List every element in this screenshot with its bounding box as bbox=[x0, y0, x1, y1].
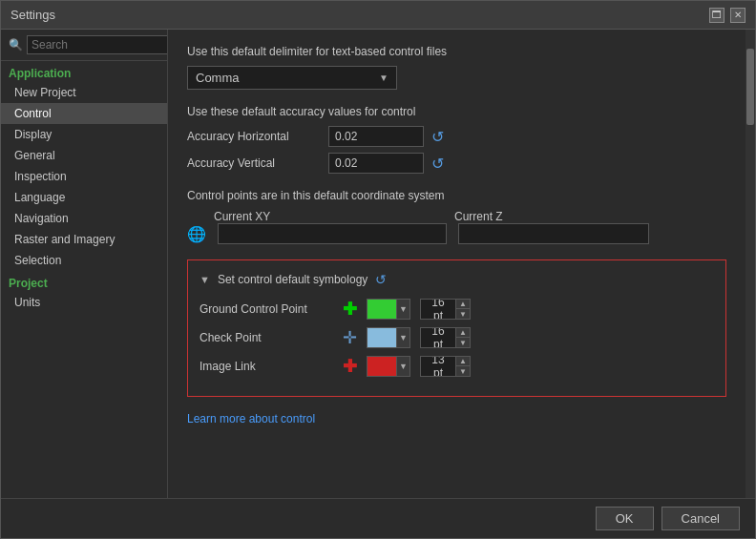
gcp-size-spinner[interactable]: 16 pt ▲ ▼ bbox=[420, 299, 471, 320]
dialog-title: Settings bbox=[10, 8, 55, 22]
coord-headers: Current XY Current Z bbox=[214, 210, 726, 223]
symbology-title: Set control default symbology bbox=[218, 273, 368, 286]
cp-color-swatch bbox=[368, 327, 396, 348]
sidebar-section-project: Project bbox=[1, 271, 167, 292]
sidebar-item-language[interactable]: Language bbox=[1, 187, 167, 208]
cp-size-value: 16 pt bbox=[421, 327, 455, 348]
title-bar-controls: 🗖 ✕ bbox=[709, 8, 746, 23]
collapse-icon: ▼ bbox=[200, 274, 210, 285]
symbology-header: ▼ Set control default symbology ↺ bbox=[200, 272, 714, 287]
symbology-row-gcp: Ground Control Point ✚ ▼ 16 pt ▲ ▼ bbox=[200, 299, 714, 320]
gcp-icon: ✚ bbox=[343, 299, 357, 320]
main-content: Use this default delimiter for text-base… bbox=[168, 30, 746, 498]
gcp-size-value: 16 pt bbox=[421, 299, 455, 320]
il-icon: ✚ bbox=[343, 356, 357, 377]
symbology-row-cp: Check Point ✛ ▼ 16 pt ▲ ▼ bbox=[200, 327, 714, 348]
search-icon: 🔍 bbox=[9, 38, 23, 52]
cp-size-up-button[interactable]: ▲ bbox=[456, 327, 470, 338]
sidebar-item-new-project[interactable]: New Project bbox=[1, 82, 167, 103]
gcp-color-arrow[interactable]: ▼ bbox=[396, 299, 410, 320]
cp-spinner-arrows: ▲ ▼ bbox=[455, 327, 470, 348]
accuracy-horizontal-row: Accuracy Horizontal ↺ bbox=[187, 126, 726, 147]
accuracy-vertical-input[interactable] bbox=[328, 153, 424, 174]
il-spinner-arrows: ▲ ▼ bbox=[455, 356, 470, 377]
sidebar-section-application: Application bbox=[1, 61, 167, 82]
cp-color-dropdown[interactable]: ▼ bbox=[367, 327, 410, 348]
symbology-reset-button[interactable]: ↺ bbox=[375, 272, 387, 287]
coord-label: Control points are in this default coord… bbox=[187, 189, 726, 202]
delimiter-value: Comma bbox=[196, 71, 240, 85]
chevron-down-icon: ▼ bbox=[379, 73, 388, 83]
sidebar-item-display[interactable]: Display bbox=[1, 124, 167, 145]
current-xy-input[interactable] bbox=[218, 223, 447, 244]
il-size-spinner[interactable]: 13 pt ▲ ▼ bbox=[420, 356, 471, 377]
cp-size-down-button[interactable]: ▼ bbox=[456, 338, 470, 348]
accuracy-horizontal-reset-button[interactable]: ↺ bbox=[431, 128, 444, 146]
il-color-arrow[interactable]: ▼ bbox=[396, 356, 410, 377]
cancel-button[interactable]: Cancel bbox=[662, 507, 740, 530]
il-size-down-button[interactable]: ▼ bbox=[456, 366, 470, 377]
sidebar-item-general[interactable]: General bbox=[1, 145, 167, 166]
close-button[interactable]: ✕ bbox=[730, 8, 746, 23]
coord-section: Control points are in this default coord… bbox=[187, 189, 726, 244]
delimiter-label: Use this default delimiter for text-base… bbox=[187, 45, 726, 58]
cp-icon: ✛ bbox=[343, 327, 357, 348]
current-z-input[interactable] bbox=[458, 223, 649, 244]
current-z-label: Current Z bbox=[454, 210, 645, 223]
il-size-up-button[interactable]: ▲ bbox=[456, 356, 470, 366]
il-label: Image Link bbox=[200, 360, 333, 373]
sidebar-item-selection[interactable]: Selection bbox=[1, 250, 167, 271]
accuracy-horizontal-label: Accuracy Horizontal bbox=[187, 130, 321, 143]
scrollbar-thumb[interactable] bbox=[746, 49, 754, 125]
symbology-section: ▼ Set control default symbology ↺ Ground… bbox=[187, 259, 726, 397]
sidebar-item-control[interactable]: Control bbox=[1, 103, 167, 124]
scrollbar-track bbox=[746, 30, 755, 498]
gcp-color-dropdown[interactable]: ▼ bbox=[367, 299, 410, 320]
accuracy-vertical-reset-button[interactable]: ↺ bbox=[431, 155, 444, 173]
symbology-row-il: Image Link ✚ ▼ 13 pt ▲ ▼ bbox=[200, 356, 714, 377]
accuracy-section: Use these default accuracy values for co… bbox=[187, 105, 726, 174]
sidebar-item-navigation[interactable]: Navigation bbox=[1, 208, 167, 229]
delimiter-dropdown[interactable]: Comma ▼ bbox=[187, 66, 397, 90]
dialog-body: 🔍 Application New Project Control Displa… bbox=[1, 30, 755, 498]
gcp-color-swatch bbox=[368, 299, 396, 320]
cp-color-arrow[interactable]: ▼ bbox=[396, 327, 410, 348]
title-bar: Settings 🗖 ✕ bbox=[1, 1, 755, 30]
cp-size-spinner[interactable]: 16 pt ▲ ▼ bbox=[420, 327, 471, 348]
search-input[interactable] bbox=[27, 35, 168, 54]
sidebar-item-inspection[interactable]: Inspection bbox=[1, 166, 167, 187]
gcp-label: Ground Control Point bbox=[200, 302, 333, 316]
accuracy-horizontal-input[interactable] bbox=[328, 126, 424, 147]
il-color-dropdown[interactable]: ▼ bbox=[367, 356, 410, 377]
accuracy-label: Use these default accuracy values for co… bbox=[187, 105, 726, 118]
gcp-spinner-arrows: ▲ ▼ bbox=[455, 299, 470, 320]
sidebar: 🔍 Application New Project Control Displa… bbox=[1, 30, 168, 498]
minimize-button[interactable]: 🗖 bbox=[709, 8, 724, 23]
cp-label: Check Point bbox=[200, 331, 333, 344]
ok-button[interactable]: OK bbox=[596, 507, 654, 530]
il-color-swatch bbox=[368, 356, 396, 377]
il-size-value: 13 pt bbox=[421, 356, 455, 377]
learn-more-link[interactable]: Learn more about control bbox=[187, 412, 726, 425]
dialog-footer: OK Cancel bbox=[1, 498, 755, 538]
gcp-size-up-button[interactable]: ▲ bbox=[456, 299, 470, 309]
globe-icon: 🌐 bbox=[187, 225, 206, 243]
delimiter-section: Use this default delimiter for text-base… bbox=[187, 45, 726, 90]
gcp-size-down-button[interactable]: ▼ bbox=[456, 309, 470, 320]
search-box: 🔍 bbox=[1, 30, 167, 61]
accuracy-vertical-row: Accuracy Vertical ↺ bbox=[187, 153, 726, 174]
coord-inputs-row: 🌐 bbox=[187, 223, 726, 244]
accuracy-vertical-label: Accuracy Vertical bbox=[187, 156, 321, 170]
sidebar-item-raster-and-imagery[interactable]: Raster and Imagery bbox=[1, 229, 167, 250]
settings-dialog: Settings 🗖 ✕ 🔍 Application New Project C… bbox=[0, 0, 756, 539]
sidebar-item-units[interactable]: Units bbox=[1, 292, 167, 313]
current-xy-label: Current XY bbox=[214, 210, 443, 223]
